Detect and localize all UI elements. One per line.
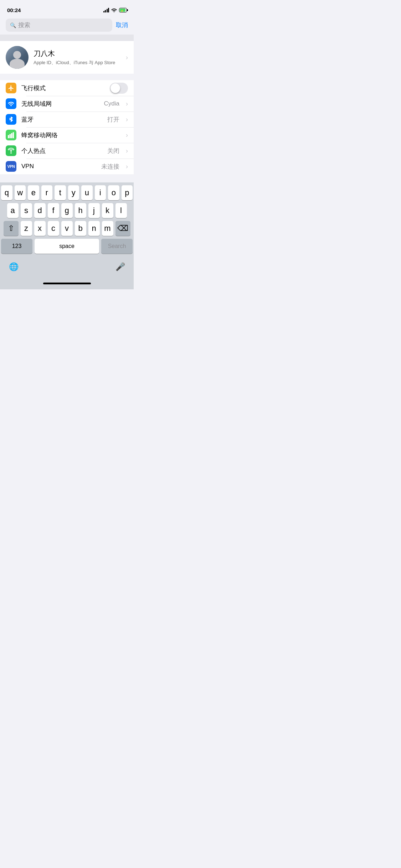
space-key[interactable]: space [35,239,99,254]
profile-info: 刀八木 Apple ID、iCloud、iTunes 与 App Store [34,49,121,66]
key-z[interactable]: z [21,221,32,236]
key-o[interactable]: o [108,185,119,200]
wifi-icon-wrap [6,98,16,109]
svg-rect-6 [11,133,12,138]
key-j[interactable]: j [88,203,100,218]
keyboard-bottom: 🌐 🎤 [0,258,134,277]
bluetooth-chevron: › [126,116,128,123]
key-l[interactable]: l [115,203,127,218]
key-a[interactable]: a [7,203,19,218]
cellular-icon-wrap [6,130,16,140]
profile-chevron: › [126,54,128,61]
delete-key[interactable]: ⌫ [115,221,130,236]
section-gap-1 [0,35,134,41]
hotspot-icon [8,148,14,154]
key-x[interactable]: x [34,221,46,236]
key-p[interactable]: p [122,185,133,200]
key-h[interactable]: h [75,203,86,218]
airplane-label: 飞行模式 [21,84,105,92]
battery-icon: ⚡ [119,8,128,12]
num-key[interactable]: 123 [1,239,32,254]
hotspot-value: 关闭 [107,147,119,155]
hotspot-label: 个人热点 [21,147,102,155]
wifi-chevron: › [126,100,128,108]
key-u[interactable]: u [81,185,93,200]
signal-icon [103,8,109,12]
wifi-value: Cydia [104,100,119,107]
status-bar: 00:24 ⚡ [0,0,134,16]
svg-rect-4 [8,135,9,138]
search-placeholder: 搜索 [18,21,30,29]
key-c[interactable]: c [48,221,59,236]
avatar [6,46,29,69]
profile-sub: Apple ID、iCloud、iTunes 与 App Store [34,60,121,66]
key-v[interactable]: v [61,221,73,236]
vpn-chevron: › [126,163,128,170]
key-f[interactable]: f [48,203,59,218]
toggle-knob [110,83,120,93]
profile-section: 刀八木 Apple ID、iCloud、iTunes 与 App Store › [0,41,134,74]
shift-key[interactable]: ⇧ [4,221,19,236]
key-y[interactable]: y [68,185,79,200]
globe-key[interactable]: 🌐 [6,259,21,274]
airplane-icon-wrap [6,83,16,93]
profile-row[interactable]: 刀八木 Apple ID、iCloud、iTunes 与 App Store › [0,41,134,74]
airplane-toggle[interactable] [110,83,128,94]
key-e[interactable]: e [28,185,39,200]
airplane-icon [8,85,14,91]
key-r[interactable]: r [41,185,53,200]
home-indicator [0,277,134,289]
key-t[interactable]: t [55,185,66,200]
settings-row-cellular[interactable]: 蜂窝移动网络 › [0,127,134,143]
key-n[interactable]: n [88,221,100,236]
svg-rect-1 [127,9,128,11]
search-key[interactable]: Search [101,239,133,254]
keyboard-row-1: q w e r t y u i o p [1,185,133,200]
key-k[interactable]: k [102,203,113,218]
avatar-image [6,46,29,69]
key-d[interactable]: d [34,203,46,218]
key-b[interactable]: b [75,221,86,236]
key-q[interactable]: q [1,185,12,200]
wifi-settings-icon [8,101,14,106]
wifi-icon [111,8,117,12]
settings-row-wifi[interactable]: 无线局域网 Cydia › [0,96,134,112]
hotspot-icon-wrap [6,145,16,156]
key-m[interactable]: m [102,221,113,236]
settings-row-vpn[interactable]: VPN VPN 未连接 › [0,159,134,174]
wifi-label: 无线局域网 [21,100,99,108]
cellular-label: 蜂窝移动网络 [21,131,121,139]
key-w[interactable]: w [15,185,26,200]
keyboard-row-2: a s d f g h j k l [1,203,133,218]
status-icons: ⚡ [103,8,128,12]
mic-key[interactable]: 🎤 [112,259,128,274]
home-bar [43,283,91,284]
search-icon: 🔍 [10,22,16,28]
bluetooth-label: 蓝牙 [21,115,102,124]
settings-section: 飞行模式 无线局域网 Cydia › 蓝牙 打开 › [0,80,134,174]
vpn-icon: VPN [7,164,15,169]
vpn-value: 未连接 [101,162,119,171]
bluetooth-value: 打开 [107,115,119,124]
cancel-button[interactable]: 取消 [116,21,128,29]
key-s[interactable]: s [21,203,32,218]
vpn-icon-wrap: VPN [6,161,16,172]
svg-rect-7 [13,132,14,138]
cellular-chevron: › [126,131,128,139]
keyboard-rows: q w e r t y u i o p a s d f g h j k l ⇧ … [0,182,134,258]
settings-row-airplane[interactable]: 飞行模式 [0,80,134,96]
svg-rect-5 [10,134,11,138]
keyboard-row-3: ⇧ z x c v b n m ⌫ [1,221,133,236]
search-input-wrap[interactable]: 🔍 搜索 [6,19,112,32]
keyboard-row-4: 123 space Search [1,239,133,254]
keyboard: q w e r t y u i o p a s d f g h j k l ⇧ … [0,182,134,289]
key-g[interactable]: g [61,203,73,218]
settings-row-bluetooth[interactable]: 蓝牙 打开 › [0,112,134,127]
key-i[interactable]: i [95,185,106,200]
cellular-icon [8,132,14,138]
vpn-label: VPN [21,163,96,170]
profile-name: 刀八木 [34,49,121,58]
svg-text:⚡: ⚡ [120,9,124,12]
bluetooth-icon [9,116,14,123]
settings-row-hotspot[interactable]: 个人热点 关闭 › [0,143,134,159]
